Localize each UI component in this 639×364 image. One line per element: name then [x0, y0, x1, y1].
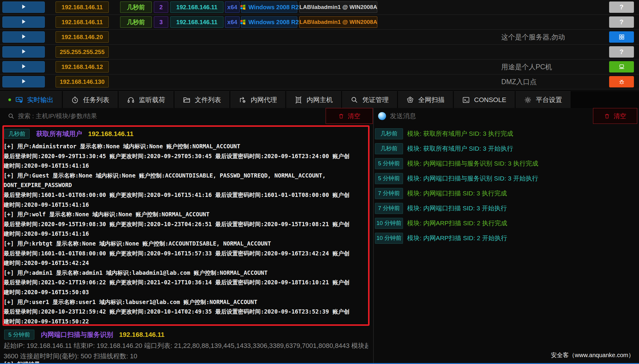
clear-messages-button[interactable]: 清空 — [593, 108, 637, 124]
tab-icon — [350, 96, 358, 104]
expand-host-button[interactable] — [2, 61, 45, 73]
expand-host-button[interactable] — [2, 1, 45, 13]
log-module-title[interactable]: 内网端口扫描与服务识别 — [41, 330, 113, 339]
tab-label: 平台设置 — [536, 95, 562, 104]
message-panel: 几秒前 模块: 获取所有域用户 SID: 3 执行完成 几秒前 模块: 获取所有… — [374, 124, 639, 364]
session-inner-ip-badge: 192.168.146.11 — [170, 16, 223, 28]
host-ip-badge: 192.168.146.11 — [56, 1, 109, 13]
message-text: 模块: 内网ARP扫描 SID: 2 开始执行 — [407, 234, 507, 242]
session-age-badge: 几秒前 — [120, 1, 152, 13]
trash-icon — [604, 113, 610, 119]
tab-creds[interactable]: 凭证管理 — [342, 91, 397, 108]
log-line: 最后登录时间:2020-09-29T13:30:45 账户更改时间:2020-0… — [4, 151, 368, 161]
tab-label: 内网主机 — [307, 95, 333, 104]
host-note: 用途是个人PC机 — [501, 62, 552, 72]
message-time-badge: 几秒前 — [375, 143, 403, 154]
tab-label: 监听载荷 — [139, 95, 165, 104]
expand-host-button[interactable] — [2, 46, 45, 58]
log-time-badge: 5 分钟前 — [4, 330, 34, 340]
os-label: Windows 2008 R2 — [249, 19, 299, 26]
host-row: 192.168.146.20 这个是个服务器,勿动 — [0, 30, 639, 45]
host-action-button-question[interactable]: ? — [609, 46, 634, 58]
tab-icon — [295, 96, 302, 104]
message-row: 几秒前 模块: 获取所有域用户 SID: 3 执行完成 — [374, 126, 639, 141]
message-text: 模块: 内网端口扫描 SID: 3 开始执行 — [407, 204, 507, 212]
search-input[interactable] — [18, 112, 287, 120]
expand-host-button[interactable] — [2, 16, 45, 28]
tab-hosts[interactable]: 内网主机 — [286, 91, 341, 108]
host-row: 192.168.146.11 几秒前 2 192.168.146.11 x64 … — [0, 0, 639, 15]
host-action-button-question[interactable]: ? — [609, 1, 634, 13]
log-entry-params: 起始IP: 192.168.146.11 结束IP: 192.168.146.2… — [4, 340, 368, 361]
message-text: 模块: 获取所有域用户 SID: 3 执行完成 — [407, 129, 513, 138]
log-line: DONT_EXPIRE_PASSWORD — [4, 180, 368, 190]
active-status-dot — [8, 98, 11, 101]
tab-icon — [462, 96, 470, 104]
message-list: 几秒前 模块: 获取所有域用户 SID: 3 执行完成 几秒前 模块: 获取所有… — [374, 126, 639, 246]
os-label: Windows 2008 R2 — [249, 4, 299, 11]
message-toolbar: 清空 — [374, 108, 639, 124]
tab-label: 实时输出 — [27, 95, 53, 104]
clear-output-label: 清空 — [348, 112, 360, 120]
tab-label: CONSOLE — [474, 96, 506, 104]
tab-icon — [524, 96, 532, 104]
log-line: [+] 用户:user1 显示名称:user1 域内标识:labuser1@la… — [4, 297, 368, 307]
clear-output-button[interactable]: 清空 — [326, 108, 373, 124]
send-message-input[interactable] — [390, 112, 557, 120]
log-entry-body: [+] 用户:Administrator 显示名称:None 域内标识:None… — [4, 141, 368, 326]
tab-headset[interactable]: 监听载荷 — [119, 91, 174, 108]
log-line: 最后登录时间:2020-10-23T12:59:42 账户更改时间:2020-1… — [4, 307, 368, 317]
host-action-button-bug[interactable] — [609, 76, 634, 87]
message-time-badge: 10 分钟前 — [375, 233, 403, 244]
log-module-title[interactable]: 获取所有域用户 — [36, 129, 82, 138]
message-row: 几秒前 模块: 获取所有域用户 SID: 3 开始执行 — [374, 141, 639, 156]
host-ip-badge: 192.168.146.130 — [56, 76, 109, 87]
tab-clock[interactable]: 任务列表 — [63, 91, 118, 108]
play-arrow-icon — [22, 19, 26, 25]
message-text: 模块: 内网端口扫描与服务识别 SID: 3 开始执行 — [407, 174, 538, 183]
log-line: [+] 用户:wolf 显示名称:None 域内标识:None 账户控制:NOR… — [4, 209, 368, 219]
tab-folder[interactable]: 文件列表 — [174, 91, 229, 108]
message-row: 5 分钟前 模块: 内网端口扫描与服务识别 SID: 3 开始执行 — [374, 171, 639, 186]
tab-icon — [15, 96, 23, 104]
host-row: 192.168.146.11 几秒前 3 192.168.146.11 x64 … — [0, 15, 639, 30]
tab-realtime[interactable]: 实时输出 — [0, 91, 62, 108]
log-line: 建时间:2020-09-16T15:41:16 — [4, 200, 368, 210]
realtime-output-panel: 几秒前 获取所有域用户 192.168.146.11 [+] 用户:Admini… — [0, 124, 373, 364]
host-list: 192.168.146.11 几秒前 2 192.168.146.11 x64 … — [0, 0, 639, 90]
tab-icon — [127, 96, 135, 104]
windows-logo-icon — [240, 19, 246, 25]
tab-proxy[interactable]: 内网代理 — [230, 91, 285, 108]
host-action-button-server[interactable] — [609, 31, 634, 43]
tab-scan[interactable]: 全网扫描 — [398, 91, 453, 108]
tab-label: 全网扫描 — [418, 95, 445, 104]
host-action-button-question[interactable]: ? — [609, 16, 634, 28]
session-inner-ip-badge: 192.168.146.11 — [170, 1, 223, 13]
search-icon — [8, 113, 14, 119]
message-row: 7 分钟前 模块: 内网端口扫描 SID: 3 执行完成 — [374, 186, 639, 201]
play-arrow-icon — [22, 34, 26, 40]
tab-settings[interactable]: 平台设置 — [516, 91, 571, 108]
tab-console[interactable]: CONSOLE — [454, 91, 515, 108]
host-ip-badge: 192.168.146.11 — [56, 16, 109, 28]
play-arrow-icon — [22, 79, 26, 85]
message-text: 模块: 内网ARP扫描 SID: 2 执行完成 — [407, 219, 507, 227]
log-param-line: 起始IP: 192.168.146.11 结束IP: 192.168.146.2… — [4, 340, 368, 351]
log-line: 建时间:2020-09-16T15:50:03 — [4, 287, 368, 297]
output-toolbar: 清空 — [0, 108, 373, 124]
log-line: 建时间:2020-09-16T15:41:16 — [4, 161, 368, 171]
host-action-button-pc[interactable] — [609, 61, 634, 73]
expand-host-button[interactable] — [2, 31, 45, 43]
watermark: 安全客（www.anquanke.com） — [551, 351, 634, 359]
message-time-badge: 几秒前 — [375, 128, 403, 139]
log-entry-header: 几秒前 获取所有域用户 192.168.146.11 — [4, 129, 134, 139]
expand-host-button[interactable] — [2, 76, 45, 87]
session-id-badge: 3 — [154, 16, 168, 28]
tab-label: 凭证管理 — [362, 95, 389, 104]
message-time-badge: 5 分钟前 — [375, 173, 403, 184]
content: 几秒前 获取所有域用户 192.168.146.11 [+] 用户:Admini… — [0, 124, 639, 364]
message-time-badge: 7 分钟前 — [375, 203, 403, 214]
tab-label: 内网代理 — [251, 95, 277, 104]
tab-icon — [71, 96, 79, 104]
play-arrow-icon — [22, 64, 26, 70]
